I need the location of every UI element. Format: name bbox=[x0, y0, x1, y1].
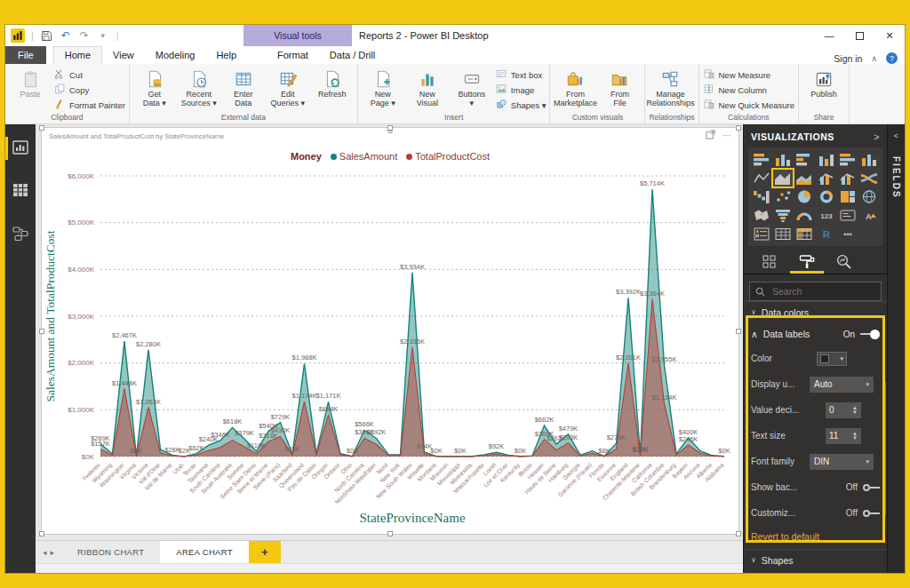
scatter-chart-icon[interactable] bbox=[772, 187, 794, 206]
publish-button[interactable]: Publish bbox=[802, 66, 845, 99]
revert-to-default-link[interactable]: Revert to default bbox=[751, 526, 880, 545]
resize-handle[interactable] bbox=[736, 125, 741, 131]
resize-handle[interactable] bbox=[39, 531, 44, 536]
dropdown-auto[interactable]: Auto▾ bbox=[810, 377, 874, 393]
copy-button[interactable]: Copy bbox=[53, 83, 125, 97]
image-button[interactable]: Image bbox=[495, 83, 547, 97]
card-icon[interactable]: 123 bbox=[815, 206, 836, 225]
tab-format[interactable] bbox=[790, 253, 824, 274]
map-icon[interactable] bbox=[858, 187, 880, 206]
recent-sources--button[interactable]: RecentSources ▾ bbox=[178, 66, 220, 108]
buttons--button[interactable]: Buttons▾ bbox=[451, 66, 493, 108]
data-labels-toggle[interactable] bbox=[860, 330, 880, 339]
stepper-text-size[interactable]: 11▲▼ bbox=[826, 428, 861, 444]
paste-button[interactable]: Paste bbox=[9, 66, 52, 99]
resize-handle[interactable] bbox=[736, 329, 741, 334]
funnel-icon[interactable] bbox=[772, 206, 794, 225]
minimize-button[interactable]: — bbox=[814, 25, 844, 46]
from-file-button[interactable]: FromFile bbox=[598, 66, 641, 108]
section-shapes[interactable]: ∨ Shapes bbox=[744, 549, 887, 570]
model-view-button[interactable] bbox=[5, 222, 36, 245]
menu-file[interactable]: File bbox=[5, 46, 46, 64]
ribbon-chart-icon[interactable] bbox=[858, 169, 880, 187]
more-visuals-icon[interactable]: ••• bbox=[837, 225, 858, 243]
r-script-visual-icon[interactable]: R bbox=[815, 225, 836, 243]
section-data-labels[interactable]: ∧ Data labels On bbox=[751, 322, 880, 346]
legend-item-salesamount[interactable]: SalesAmount bbox=[331, 151, 397, 162]
data-view-button[interactable] bbox=[5, 179, 36, 203]
stepper-arrows[interactable]: ▲▼ bbox=[852, 406, 858, 415]
clustered-column-chart-icon[interactable] bbox=[815, 150, 836, 169]
new-page-button[interactable]: + bbox=[249, 541, 281, 563]
tab-fields[interactable] bbox=[753, 253, 786, 274]
refresh-button[interactable]: Refresh bbox=[311, 66, 354, 99]
treemap-icon[interactable] bbox=[837, 187, 858, 206]
clustered-bar-chart-icon[interactable] bbox=[794, 150, 815, 169]
menu-tab-help[interactable]: Help bbox=[205, 46, 247, 64]
page-tab-ribbon-chart[interactable]: RIBBON CHART bbox=[61, 541, 160, 563]
filled-map-icon[interactable] bbox=[751, 206, 772, 225]
shapes--button[interactable]: Shapes ▾ bbox=[495, 98, 547, 112]
focus-mode-icon[interactable] bbox=[706, 130, 715, 141]
new-page--button[interactable]: NewPage ▾ bbox=[362, 66, 404, 108]
stacked-area-chart-icon[interactable] bbox=[794, 169, 815, 187]
fields-title[interactable]: FIELDS bbox=[891, 156, 901, 199]
enter-data-button[interactable]: EnterData bbox=[222, 66, 265, 108]
format-search[interactable] bbox=[749, 282, 882, 301]
area-chart-visual[interactable]: ≡ ⋯ SalesAmount and TotalProductCost by … bbox=[41, 127, 739, 535]
resize-handle[interactable] bbox=[736, 531, 741, 536]
line-and-clustered-column-chart-icon[interactable] bbox=[837, 169, 858, 187]
menu-tab-format[interactable]: Format bbox=[267, 46, 319, 64]
stacked-column-chart-icon[interactable] bbox=[772, 150, 794, 169]
section-data-colors[interactable]: ∨ Data colors bbox=[744, 301, 887, 322]
toggle-customiz-[interactable] bbox=[863, 510, 880, 517]
resize-handle[interactable] bbox=[39, 125, 44, 131]
prev-page-icon[interactable]: ◂ bbox=[43, 548, 47, 557]
waterfall-chart-icon[interactable] bbox=[751, 187, 772, 206]
toggle-show-bac-[interactable] bbox=[863, 484, 880, 491]
get-data--button[interactable]: GetData ▾ bbox=[133, 66, 176, 108]
new-quick-measure-button[interactable]: New Quick Measure bbox=[703, 98, 795, 112]
more-options-icon[interactable]: ⋯ bbox=[722, 131, 731, 140]
new-measure-button[interactable]: New Measure bbox=[703, 68, 795, 82]
tab-analytics[interactable] bbox=[827, 253, 861, 274]
new-visual-button[interactable]: NewVisual bbox=[406, 66, 449, 108]
report-view-button[interactable] bbox=[5, 137, 36, 160]
slicer-icon[interactable] bbox=[751, 225, 772, 243]
area-chart-icon[interactable] bbox=[772, 169, 794, 187]
redo-icon[interactable]: ↷ bbox=[77, 28, 92, 43]
format-painter-button[interactable]: Format Painter bbox=[53, 98, 125, 112]
undo-icon[interactable]: ↶ bbox=[59, 28, 73, 43]
cut-button[interactable]: Cut bbox=[53, 68, 125, 82]
pie-chart-icon[interactable] bbox=[794, 187, 815, 206]
resize-handle[interactable] bbox=[39, 329, 44, 334]
gauge-icon[interactable] bbox=[794, 206, 815, 225]
area-chart-plot[interactable]: $0K$1,000K$2,000K$3,000K$4,000K$5,000K$6… bbox=[42, 169, 740, 533]
text-box-button[interactable]: Text box bbox=[495, 68, 547, 82]
new-column-button[interactable]: New Column bbox=[703, 83, 795, 97]
100-stacked-bar-chart-icon[interactable] bbox=[837, 150, 858, 169]
menu-tab-home[interactable]: Home bbox=[53, 46, 102, 64]
kpi-icon[interactable]: A bbox=[858, 206, 880, 225]
menu-tab-data-drill[interactable]: Data / Drill bbox=[319, 46, 386, 64]
search-input[interactable] bbox=[770, 285, 868, 298]
panel-scrollbar[interactable] bbox=[883, 382, 886, 515]
legend-item-totalproductcost[interactable]: TotalProductCost bbox=[406, 151, 490, 162]
resize-handle[interactable] bbox=[387, 531, 393, 536]
menu-tab-view[interactable]: View bbox=[102, 46, 145, 64]
collapse-panel-icon[interactable]: > bbox=[874, 131, 880, 142]
line-and-stacked-column-chart-icon[interactable] bbox=[815, 169, 836, 187]
close-button[interactable]: ✕ bbox=[874, 25, 905, 46]
table-icon[interactable] bbox=[772, 225, 794, 243]
collapse-ribbon-icon[interactable]: ∧ bbox=[871, 54, 877, 63]
next-page-icon[interactable]: ▸ bbox=[51, 548, 55, 557]
line-chart-icon[interactable] bbox=[751, 169, 772, 187]
from-marketplace-button[interactable]: FromMarketplace bbox=[554, 66, 596, 108]
edit-queries--button[interactable]: EditQueries ▾ bbox=[267, 66, 309, 108]
matrix-icon[interactable] bbox=[794, 225, 815, 243]
100-stacked-column-chart-icon[interactable] bbox=[858, 150, 880, 169]
multi-row-card-icon[interactable] bbox=[837, 206, 858, 225]
resize-handle[interactable] bbox=[387, 125, 393, 131]
save-icon[interactable] bbox=[40, 28, 54, 43]
color-swatch-dropdown[interactable]: ▾ bbox=[817, 352, 847, 366]
